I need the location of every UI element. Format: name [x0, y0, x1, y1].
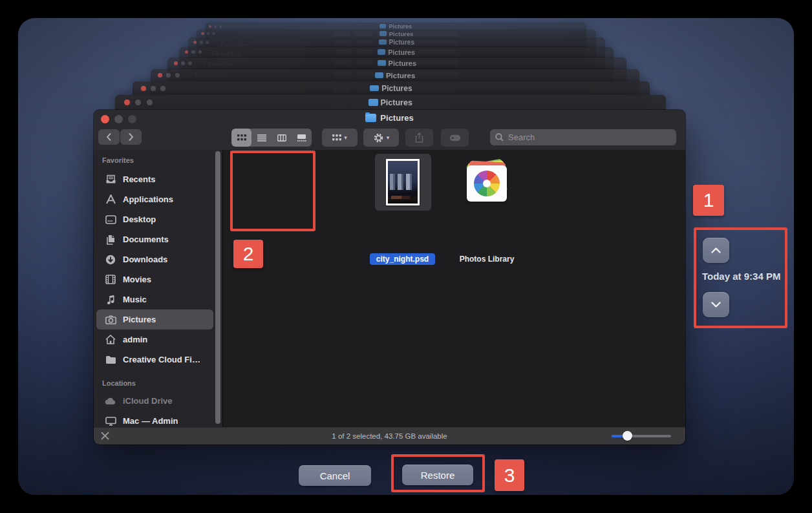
chevron-left-icon — [106, 132, 112, 141]
folder-icon — [379, 39, 387, 45]
window-chrome: Pictures — [94, 110, 685, 151]
sidebar-item-movies[interactable]: Movies — [96, 269, 213, 289]
file-name-selected: city_night.psd — [370, 253, 435, 265]
stacked-window-title: Pictures — [389, 59, 416, 67]
column-view-button[interactable] — [272, 129, 292, 147]
icon-size-slider[interactable] — [612, 435, 671, 437]
file-thumbnail[interactable] — [386, 159, 420, 205]
chevron-down-icon: ▾ — [344, 134, 347, 141]
stacked-window-title: Pictures — [389, 39, 414, 46]
stacked-window-title: Pictures — [388, 48, 414, 56]
grid-view-icon — [237, 134, 246, 141]
sidebar-item-applications[interactable]: Applications — [96, 189, 213, 209]
group-button[interactable]: ▾ — [322, 129, 358, 147]
time-machine-screen: Pictures FavoritesRecents Pictures Favor… — [0, 0, 812, 513]
gear-icon — [373, 132, 384, 143]
photos-flower-icon — [474, 171, 500, 196]
tag-icon — [449, 134, 461, 141]
stacked-window-title: Pictures — [386, 72, 415, 79]
close-time-machine-icon[interactable] — [100, 431, 110, 441]
city-night-image — [388, 161, 418, 204]
sidebar-item-label: Recents — [123, 174, 156, 184]
photos-library-icon — [464, 160, 509, 205]
stacked-window-title: Pictures — [381, 84, 412, 93]
finder-window: Pictures — [94, 110, 685, 445]
stacked-titlebar: Pictures — [167, 58, 626, 68]
share-button[interactable] — [405, 129, 433, 147]
recents-icon — [104, 174, 117, 184]
sidebar-item-label: Desktop — [123, 215, 156, 224]
applications-icon — [104, 194, 117, 204]
sidebar-item-label: Pictures — [123, 315, 156, 324]
window-title-text: Pictures — [380, 113, 413, 123]
folder-icon — [365, 114, 376, 122]
list-view-icon — [257, 134, 266, 141]
sidebar-item-pictures[interactable]: Pictures — [96, 309, 213, 330]
sidebar-item-mac-admin[interactable]: Mac — Admin — [96, 411, 213, 428]
sidebar-item-admin[interactable]: admin — [96, 330, 213, 350]
folder-icon — [378, 60, 386, 66]
stacked-titlebar: Pictures — [115, 95, 666, 110]
icon-view-button[interactable] — [231, 129, 251, 147]
status-bar: 1 of 2 selected, 43.75 GB available — [94, 427, 685, 445]
sidebar-item-label: Downloads — [123, 255, 167, 264]
documents-icon — [104, 235, 117, 245]
pictures-icon — [104, 315, 117, 324]
sidebar-item-label: Documents — [123, 235, 169, 244]
annotation-box-timeline — [694, 227, 787, 328]
forward-button[interactable] — [120, 129, 142, 145]
sidebar-item-label: admin — [123, 335, 147, 344]
home-icon — [104, 335, 117, 344]
search-input[interactable] — [507, 132, 671, 143]
view-mode-segmented-control — [231, 129, 312, 147]
annotation-badge-3: 3 — [495, 459, 524, 491]
stacked-titlebar: Pictures — [179, 47, 614, 57]
gallery-view-button[interactable] — [292, 129, 312, 147]
search-field[interactable] — [490, 129, 676, 145]
annotation-box-restore — [391, 454, 485, 492]
sidebar-item-label: Creative Cloud Fi… — [123, 355, 200, 364]
sidebar-scrollbar[interactable] — [215, 151, 220, 424]
desktop-icon — [104, 215, 117, 224]
stacked-titlebar: Pictures — [197, 30, 596, 37]
slider-knob[interactable] — [623, 431, 632, 441]
window-title: Pictures — [94, 113, 685, 123]
back-button[interactable] — [98, 129, 120, 145]
folder-icon — [369, 99, 378, 105]
gallery-view-icon — [297, 134, 306, 141]
folder-icon — [104, 355, 117, 364]
sidebar-item-documents[interactable]: Documents — [96, 229, 213, 249]
cloud-icon — [104, 397, 117, 405]
annotation-badge-1: 1 — [693, 185, 724, 216]
folder-icon — [379, 24, 386, 28]
sidebar-item-icloud-drive[interactable]: iCloud Drive — [96, 391, 213, 411]
downloads-icon — [104, 255, 117, 265]
stacked-window-title: Pictures — [381, 98, 412, 107]
action-menu-button[interactable]: ▾ — [363, 129, 399, 147]
stacked-titlebar: Pictures — [188, 37, 605, 47]
chevron-down-icon: ▾ — [387, 134, 390, 141]
movies-icon — [104, 275, 117, 284]
sidebar-item-desktop[interactable]: Desktop — [96, 209, 213, 229]
annotation-badge-2: 2 — [233, 240, 263, 268]
sidebar-item-label: Mac — Admin — [123, 416, 178, 426]
folder-icon — [370, 85, 379, 92]
list-view-button[interactable] — [251, 129, 272, 147]
sidebar-section-locations: Locations — [102, 379, 136, 387]
status-text: 1 of 2 selected, 43.75 GB available — [332, 432, 447, 440]
cancel-button[interactable]: Cancel — [299, 465, 371, 486]
toolbar: ▾ ▾ — [94, 128, 685, 150]
sidebar-item-music[interactable]: Music — [96, 289, 213, 309]
stacked-window-title: Pictures — [389, 30, 414, 37]
sidebar-item-recents[interactable]: Recents — [96, 169, 213, 189]
stacked-titlebar: Pictures — [133, 81, 650, 95]
sidebar-item-label: Music — [123, 295, 147, 304]
sidebar-item-downloads[interactable]: Downloads — [96, 249, 213, 269]
display-icon — [104, 417, 117, 426]
tag-button[interactable] — [441, 129, 469, 147]
sidebar-item-creative-cloud[interactable]: Creative Cloud Fi… — [96, 350, 213, 370]
slider-fill — [612, 435, 623, 437]
sidebar-item-label: Applications — [123, 194, 173, 204]
chevron-right-icon — [128, 132, 134, 141]
group-icon — [332, 134, 341, 141]
